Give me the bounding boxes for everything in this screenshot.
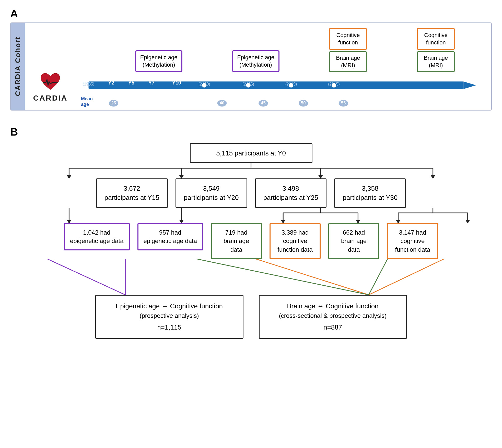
participants-y30-box: 3,358 participants at Y30	[334, 178, 406, 208]
cog-func-box-2: Cognitive function	[417, 28, 455, 50]
svg-text:Y7: Y7	[148, 80, 155, 86]
svg-marker-49	[431, 175, 435, 178]
panel-a-top: CARDIA Epigenetic age (Methylation) Ep	[30, 28, 484, 107]
brain-age-y30-box: 662 had brain age data	[328, 223, 379, 259]
svg-text:Y5: Y5	[128, 80, 134, 86]
svg-text:25: 25	[111, 101, 116, 105]
panel-b-wrapper: B 5,115 participants at Y0	[10, 126, 492, 339]
participants-y25-box: 3,498 participants at Y25	[255, 178, 327, 208]
svg-point-21	[202, 83, 207, 88]
col-y15: 3,672 participants at Y15	[96, 178, 168, 208]
col-y25: 3,498 participants at Y25	[255, 178, 327, 208]
svg-marker-58	[281, 220, 285, 223]
svg-text:Y2: Y2	[108, 80, 114, 86]
svg-text:Y10: Y10	[172, 80, 181, 86]
mean-age-label: Meanage	[81, 96, 107, 107]
epigenetic-age-box-2: Epigenetic age (Methylation)	[232, 50, 279, 72]
heart-icon	[39, 72, 62, 93]
panel-a-content: CARDIA Epigenetic age (Methylation) Ep	[25, 23, 491, 110]
svg-marker-46	[67, 175, 71, 178]
svg-text:45: 45	[261, 101, 265, 105]
timeline-area: Y0 (1985) Y2 Y5 Y7 Y10 Y15 (2000) Y20 (2…	[81, 76, 484, 107]
svg-marker-65	[396, 220, 400, 223]
svg-text:Y20: Y20	[244, 76, 253, 82]
svg-marker-48	[318, 175, 323, 178]
level2-connector	[10, 208, 492, 223]
bottom-row: Epigenetic age → Cognitive function (pro…	[10, 295, 492, 339]
brain-age-analysis-sub: (cross-sectional & prospective analysis)	[270, 311, 396, 320]
cog-func-y25-box: 3,389 had cognitive function data	[270, 223, 321, 259]
svg-marker-2	[463, 82, 476, 89]
epigenetic-analysis-sub: (prospective analysis)	[106, 311, 232, 320]
svg-line-68	[48, 259, 125, 295]
section-b-label: B	[10, 126, 492, 138]
epigenetic-analysis-main: Epigenetic age → Cognitive function	[106, 301, 232, 311]
brain-age-analysis-n: n=887	[270, 322, 396, 332]
svg-line-73	[369, 259, 387, 295]
top-connector-svg	[10, 163, 492, 178]
top-connector	[10, 163, 492, 178]
col-y30: 3,358 participants at Y30	[334, 178, 406, 208]
diagonal-connectors	[10, 259, 492, 295]
mean-age-svg: 25 40 45	[107, 97, 484, 107]
brain-age-y25-box: 719 had brain age data	[211, 223, 262, 259]
svg-marker-53	[179, 220, 184, 223]
section-a-label: A	[10, 8, 492, 20]
epigenetic-analysis-box: Epigenetic age → Cognitive function (pro…	[95, 295, 243, 339]
col-y20: 3,549 participants at Y20	[176, 178, 247, 208]
panel-a: CARDIA Cohort CARDIA	[10, 22, 492, 111]
svg-text:40: 40	[220, 101, 224, 105]
epigenetic-age-box-1: Epigenetic age (Methylation)	[135, 50, 183, 72]
top-box: 5,115 participants at Y0	[190, 143, 312, 163]
cardia-cohort-label: CARDIA Cohort	[11, 23, 25, 110]
cog-func-box-1: Cognitive function	[329, 28, 367, 50]
participants-y20-box: 3,549 participants at Y20	[176, 178, 247, 208]
participants-y15-box: 3,672 participants at Y15	[96, 178, 168, 208]
timeline-svg: Y0 (1985) Y2 Y5 Y7 Y10 Y15 (2000) Y20 (2…	[81, 76, 484, 94]
svg-marker-51	[67, 220, 71, 223]
diagonal-svg	[10, 259, 492, 295]
brain-age-box-1: Brain age (MRI)	[329, 51, 367, 72]
flowchart: 5,115 participants at Y0	[10, 143, 492, 339]
svg-text:50: 50	[301, 101, 306, 105]
svg-rect-1	[89, 82, 464, 89]
level2-row: 3,672 participants at Y15 3,549 particip…	[10, 178, 492, 208]
svg-text:Y15: Y15	[200, 76, 209, 82]
svg-point-23	[289, 83, 294, 88]
epigenetic-analysis-n: n=1,115	[106, 322, 232, 332]
svg-text:Y0: Y0	[86, 76, 92, 82]
brain-age-analysis-main: Brain age ↔ Cognitive function	[270, 301, 396, 311]
level2-connector-svg	[10, 208, 492, 223]
cardia-logo: CARDIA	[30, 72, 71, 102]
svg-line-72	[197, 259, 369, 295]
timeline-boxes: Epigenetic age (Methylation) Epigenetic …	[81, 28, 484, 107]
svg-text:(1985): (1985)	[83, 82, 95, 86]
svg-text:55: 55	[341, 101, 346, 105]
svg-point-24	[331, 83, 336, 88]
svg-text:Y30: Y30	[329, 76, 338, 82]
svg-text:Y25: Y25	[287, 76, 296, 82]
svg-marker-47	[179, 175, 184, 178]
epigenetic-y15-box: 1,042 had epigenetic age data	[64, 223, 130, 250]
cog-func-y30-box: 3,147 had cognitive function data	[387, 223, 438, 259]
cardia-logo-text: CARDIA	[33, 94, 68, 102]
brain-age-analysis-box: Brain age ↔ Cognitive function (cross-se…	[259, 295, 407, 339]
epigenetic-y20-box: 957 had epigenetic age data	[137, 223, 203, 250]
svg-point-22	[246, 83, 251, 88]
level3-row: 1,042 had epigenetic age data 957 had ep…	[10, 223, 492, 259]
svg-marker-60	[356, 220, 360, 223]
svg-marker-67	[465, 220, 470, 223]
svg-line-70	[256, 259, 369, 295]
svg-line-71	[369, 259, 443, 295]
brain-age-box-2: Brain age (MRI)	[417, 51, 455, 72]
